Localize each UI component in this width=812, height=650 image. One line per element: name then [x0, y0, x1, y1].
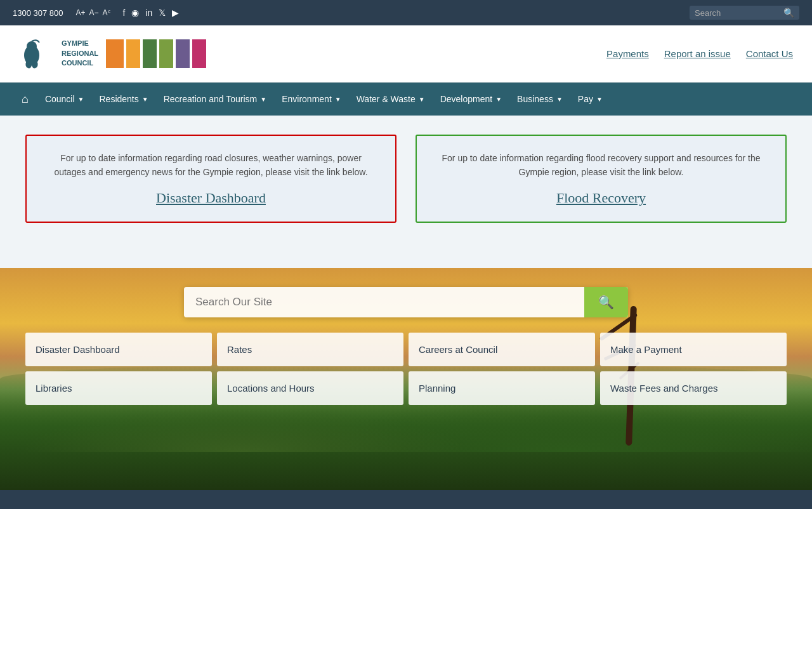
nav-business[interactable]: Business ▼	[509, 83, 570, 116]
nav-environment-chevron: ▼	[335, 96, 341, 103]
color-orange	[106, 39, 124, 68]
nav-business-label: Business	[517, 94, 553, 104]
logo-colors	[106, 39, 206, 68]
payments-link[interactable]: Payments	[606, 48, 649, 59]
color-purple	[176, 39, 190, 68]
color-amber	[126, 39, 140, 68]
twitter-icon[interactable]: 𝕏	[159, 8, 166, 18]
top-search-input[interactable]	[695, 8, 783, 18]
font-increase-btn[interactable]: A+	[76, 8, 86, 17]
hero-search-button[interactable]: 🔍	[584, 287, 628, 317]
color-green	[143, 39, 157, 68]
footer-bar	[0, 490, 812, 509]
top-bar-left: 1300 307 800 A+ A− Aᶜ f ◉ in 𝕏 ▶	[13, 8, 179, 18]
quick-link-rates[interactable]: Rates	[217, 333, 403, 366]
quick-link-libraries[interactable]: Libraries	[25, 371, 212, 405]
header: GYMPIEREGIONALCOUNCIL Payments Report an…	[0, 25, 812, 83]
hero-search-icon: 🔍	[598, 295, 614, 310]
logo-area: GYMPIEREGIONALCOUNCIL	[19, 36, 206, 71]
nav-council-label: Council	[45, 94, 75, 104]
nav-environment[interactable]: Environment ▼	[274, 83, 349, 116]
quick-link-waste[interactable]: Waste Fees and Charges	[600, 371, 787, 405]
top-search-bar[interactable]: 🔍	[690, 6, 799, 20]
nav-residents-label: Residents	[99, 94, 138, 104]
quick-links-grid: Disaster Dashboard Rates Careers at Coun…	[25, 333, 787, 405]
flood-card-description: For up to date information regarding flo…	[435, 151, 768, 180]
top-bar: 1300 307 800 A+ A− Aᶜ f ◉ in 𝕏 ▶ 🔍	[0, 0, 812, 25]
nav-business-chevron: ▼	[556, 96, 563, 103]
nav-pay-label: Pay	[578, 94, 593, 104]
font-decrease-btn[interactable]: A−	[89, 8, 99, 17]
linkedin-icon[interactable]: in	[145, 8, 152, 18]
quick-link-careers[interactable]: Careers at Council	[409, 333, 595, 366]
home-nav-icon[interactable]: ⌂	[13, 93, 37, 106]
phone-number: 1300 307 800	[13, 8, 63, 18]
nav-water-waste-chevron: ▼	[419, 96, 425, 103]
flood-recovery-link[interactable]: Flood Recovery	[556, 190, 646, 206]
contact-us-link[interactable]: Contact Us	[746, 48, 793, 59]
logo-text: GYMPIEREGIONALCOUNCIL	[62, 39, 98, 68]
nav-water-waste-label: Water & Waste	[357, 94, 416, 104]
nav-environment-label: Environment	[282, 94, 332, 104]
top-bar-right: 🔍	[690, 6, 799, 20]
color-crimson	[192, 39, 206, 68]
quick-link-disaster[interactable]: Disaster Dashboard	[25, 333, 212, 366]
nav-recreation-chevron: ▼	[260, 96, 266, 103]
quick-link-planning[interactable]: Planning	[409, 371, 595, 405]
font-reset-btn[interactable]: Aᶜ	[103, 8, 110, 17]
report-issue-link[interactable]: Report an issue	[664, 48, 731, 59]
nav-water-waste[interactable]: Water & Waste ▼	[349, 83, 433, 116]
font-size-controls: A+ A− Aᶜ	[76, 8, 110, 17]
hero-search-bar[interactable]: 🔍	[184, 287, 628, 317]
color-olive	[159, 39, 173, 68]
nav-recreation-label: Recreation and Tourism	[164, 94, 258, 104]
disaster-card: For up to date information regarding roa…	[25, 135, 396, 223]
hero-section: 🔍 Disaster Dashboard Rates Careers at Co…	[0, 268, 812, 490]
nav-development[interactable]: Development ▼	[433, 83, 509, 116]
hero-search-input[interactable]	[184, 287, 584, 317]
header-links: Payments Report an issue Contact Us	[606, 48, 793, 59]
disaster-card-description: For up to date information regarding roa…	[44, 151, 377, 180]
nav-recreation[interactable]: Recreation and Tourism ▼	[156, 83, 275, 116]
facebook-icon[interactable]: f	[123, 8, 126, 18]
main-nav: ⌂ Council ▼ Residents ▼ Recreation and T…	[0, 83, 812, 116]
youtube-icon[interactable]: ▶	[172, 8, 179, 18]
nav-pay-chevron: ▼	[596, 96, 603, 103]
nav-residents-chevron: ▼	[142, 96, 148, 103]
quick-link-payment[interactable]: Make a Payment	[600, 333, 787, 366]
nav-council-chevron: ▼	[78, 96, 84, 103]
nav-development-label: Development	[440, 94, 493, 104]
nav-residents[interactable]: Residents ▼	[91, 83, 155, 116]
social-icons: f ◉ in 𝕏 ▶	[123, 8, 180, 18]
main-content: For up to date information regarding roa…	[0, 116, 812, 268]
instagram-icon[interactable]: ◉	[131, 8, 139, 18]
top-search-icon[interactable]: 🔍	[783, 8, 794, 18]
council-logo-icon	[19, 36, 54, 71]
svg-point-1	[27, 41, 37, 51]
disaster-dashboard-link[interactable]: Disaster Dashboard	[156, 190, 266, 206]
nav-development-chevron: ▼	[495, 96, 502, 103]
quick-link-locations[interactable]: Locations and Hours	[217, 371, 403, 405]
flood-card: For up to date information regarding flo…	[416, 135, 787, 223]
info-cards: For up to date information regarding roa…	[25, 135, 787, 223]
nav-pay[interactable]: Pay ▼	[570, 83, 610, 116]
nav-council[interactable]: Council ▼	[37, 83, 92, 116]
